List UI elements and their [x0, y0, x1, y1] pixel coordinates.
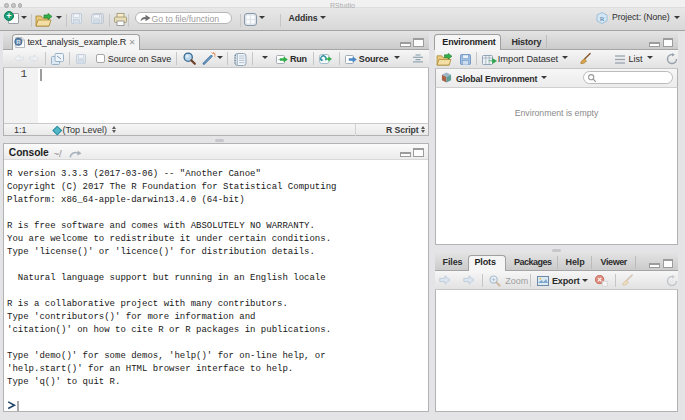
svg-text:R: R	[600, 15, 605, 23]
svg-text:R: R	[16, 39, 21, 45]
